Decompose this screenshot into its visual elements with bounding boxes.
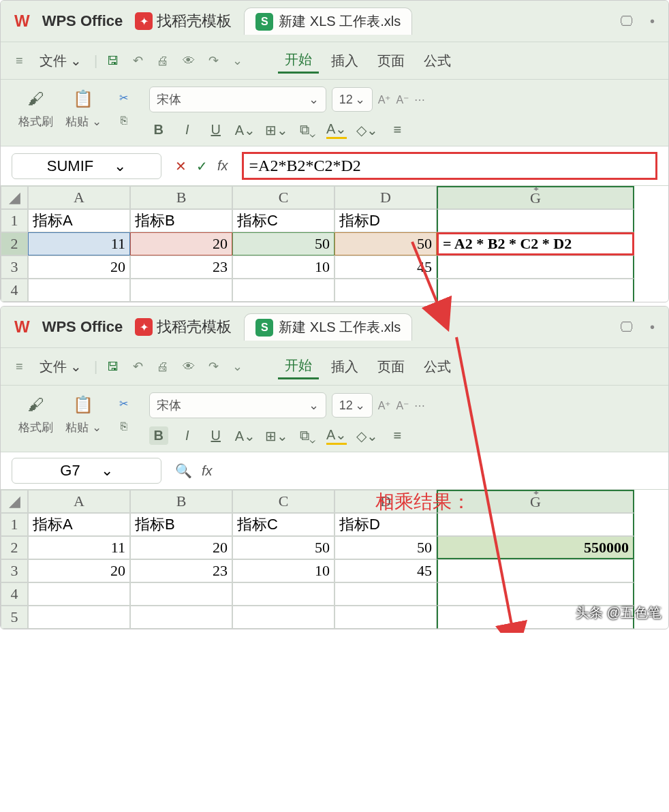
- cell[interactable]: 23: [130, 559, 232, 582]
- name-box[interactable]: G7⌄: [12, 458, 161, 484]
- menu-start[interactable]: 开始: [278, 354, 319, 379]
- spreadsheet-grid[interactable]: ◢ A B C D ◂ ▸G 1 指标A 指标B 指标C 指标D 2 11 20…: [1, 490, 668, 629]
- cell[interactable]: [437, 279, 634, 302]
- menu-formula[interactable]: 公式: [417, 355, 458, 379]
- row-header-5[interactable]: 5: [1, 606, 28, 629]
- cell[interactable]: [232, 279, 334, 302]
- name-box[interactable]: SUMIF⌄: [12, 153, 161, 179]
- cell[interactable]: 指标A: [28, 209, 130, 232]
- row-header-2[interactable]: 2: [1, 536, 28, 559]
- print-button[interactable]: 🖨: [153, 360, 173, 374]
- active-tab[interactable]: S新建 XLS 工作表.xls: [244, 313, 412, 341]
- cell-formula-editing[interactable]: = A2 * B2 * C2 * D2: [437, 232, 634, 255]
- fill-color-button[interactable]: A⌄: [326, 121, 347, 139]
- confirm-formula-button[interactable]: ✓: [196, 158, 208, 174]
- col-header-c[interactable]: C: [232, 186, 334, 209]
- row-header-4[interactable]: 4: [1, 279, 28, 302]
- cell[interactable]: 指标B: [130, 209, 232, 232]
- font-size-select[interactable]: 12⌄: [332, 393, 373, 418]
- row-header-1[interactable]: 1: [1, 209, 28, 232]
- col-header-a[interactable]: A: [28, 490, 130, 513]
- row-header-3[interactable]: 3: [1, 255, 28, 279]
- cell[interactable]: 23: [130, 255, 232, 279]
- preview-button[interactable]: 👁: [178, 360, 199, 374]
- cell[interactable]: 指标B: [130, 513, 232, 536]
- col-header-d[interactable]: D: [334, 186, 437, 209]
- redo-button[interactable]: ↷: [204, 53, 223, 68]
- cell[interactable]: [28, 582, 130, 606]
- cell[interactable]: [437, 582, 634, 606]
- cell[interactable]: 20: [28, 255, 130, 279]
- cell[interactable]: 10: [232, 559, 334, 582]
- col-header-g[interactable]: ◂ ▸G: [437, 186, 634, 209]
- cell[interactable]: [28, 606, 130, 629]
- border-button[interactable]: ⊞⌄: [265, 428, 288, 444]
- cell-ref-d2[interactable]: 50: [334, 232, 437, 255]
- cell[interactable]: 11: [28, 536, 130, 559]
- eraser-button[interactable]: ◇⌄: [356, 428, 378, 444]
- save-button[interactable]: 🖫: [103, 360, 123, 374]
- col-header-a[interactable]: A: [28, 186, 130, 209]
- cell[interactable]: 45: [334, 559, 437, 582]
- copy-button[interactable]: ⎘: [112, 110, 136, 131]
- row-header-1[interactable]: 1: [1, 513, 28, 536]
- cell[interactable]: 指标D: [334, 209, 437, 232]
- undo-button[interactable]: ↶: [129, 53, 147, 68]
- format-painter-button[interactable]: 🖌 格式刷: [14, 392, 57, 435]
- template-tab[interactable]: ✦找稻壳模板: [135, 317, 232, 337]
- cut-button[interactable]: ✂: [112, 392, 136, 414]
- cell[interactable]: [334, 606, 437, 629]
- underline-button[interactable]: U: [206, 428, 225, 443]
- col-header-c[interactable]: C: [232, 490, 334, 513]
- font-decrease-button[interactable]: A⁻: [396, 93, 409, 106]
- align-button[interactable]: ≡: [388, 122, 407, 138]
- cell[interactable]: 20: [28, 559, 130, 582]
- cell-ref-a2[interactable]: 11: [28, 232, 130, 255]
- menu-page[interactable]: 页面: [371, 355, 411, 379]
- col-header-b[interactable]: B: [130, 490, 232, 513]
- bold-button[interactable]: B: [149, 122, 168, 138]
- monitor-icon[interactable]: 🖵: [620, 319, 634, 335]
- cell[interactable]: [437, 209, 634, 232]
- align-button[interactable]: ≡: [388, 428, 407, 443]
- eraser-button[interactable]: ◇⌄: [356, 122, 378, 138]
- cell[interactable]: [334, 279, 437, 302]
- font-decrease-button[interactable]: A⁻: [396, 399, 409, 412]
- cell[interactable]: [437, 513, 634, 536]
- menu-page[interactable]: 页面: [371, 49, 411, 73]
- more-icon[interactable]: •: [650, 319, 655, 335]
- formula-input[interactable]: [226, 469, 657, 472]
- select-all-corner[interactable]: ◢: [1, 186, 28, 209]
- cell[interactable]: 50: [334, 536, 437, 559]
- font-name-select[interactable]: 宋体⌄: [149, 87, 326, 112]
- menu-formula[interactable]: 公式: [417, 49, 458, 73]
- cell[interactable]: 50: [232, 536, 334, 559]
- spreadsheet-grid[interactable]: ◢ A B C D ◂ ▸G 1 指标A 指标B 指标C 指标D 2 11 20…: [1, 186, 668, 302]
- copy-button[interactable]: ⎘: [112, 416, 136, 437]
- cell[interactable]: 指标D: [334, 513, 437, 536]
- hamburger-icon[interactable]: ≡: [12, 360, 27, 374]
- cell[interactable]: [437, 559, 634, 582]
- fill-color-button[interactable]: A⌄: [326, 426, 347, 445]
- undo-button[interactable]: ↶: [129, 359, 147, 374]
- menu-insert[interactable]: 插入: [324, 355, 365, 379]
- row-header-2[interactable]: 2: [1, 232, 28, 255]
- col-header-b[interactable]: B: [130, 186, 232, 209]
- cell[interactable]: [28, 279, 130, 302]
- cell[interactable]: 20: [130, 536, 232, 559]
- select-all-corner[interactable]: ◢: [1, 490, 28, 513]
- cell[interactable]: [232, 606, 334, 629]
- dropdown-toggle[interactable]: ⌄: [228, 53, 247, 68]
- row-header-3[interactable]: 3: [1, 559, 28, 582]
- cell[interactable]: 指标A: [28, 513, 130, 536]
- cell[interactable]: [232, 582, 334, 606]
- cell-ref-c2[interactable]: 50: [232, 232, 334, 255]
- active-tab[interactable]: S新建 XLS 工作表.xls: [244, 7, 412, 35]
- font-color-button[interactable]: A⌄: [235, 122, 255, 138]
- font-increase-button[interactable]: A⁺: [378, 399, 391, 412]
- border-button[interactable]: ⊞⌄: [265, 122, 288, 138]
- font-name-select[interactable]: 宋体⌄: [149, 392, 326, 418]
- cell[interactable]: 10: [232, 255, 334, 279]
- cell[interactable]: 指标C: [232, 209, 334, 232]
- font-increase-button[interactable]: A⁺: [378, 93, 391, 106]
